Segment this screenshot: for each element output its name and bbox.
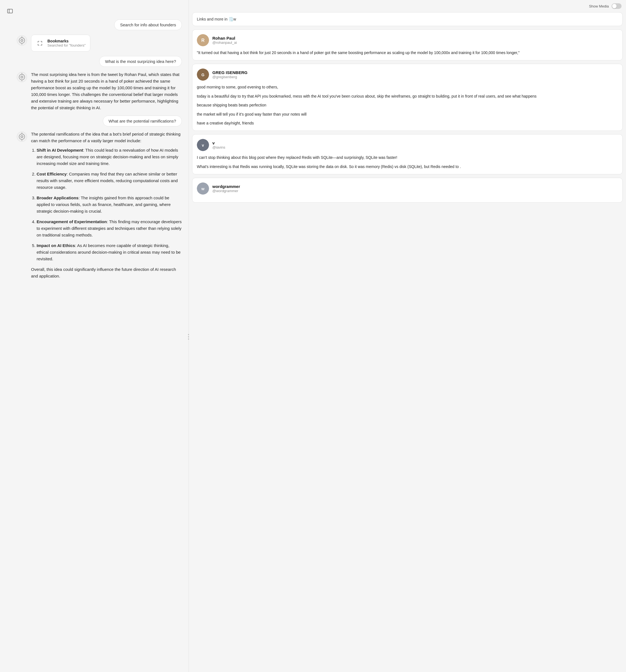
tweet-paragraph: today is a beautiful day to try that API… (197, 93, 618, 99)
bookmarks-text: Bookmarks Searched for "founders" (47, 39, 86, 47)
list-item: Shift in AI Development: This could lead… (37, 147, 182, 167)
tweet-paragraph: because shipping beats beats perfection (197, 102, 618, 108)
ai-response-list: The potential ramifications of the idea … (31, 131, 182, 280)
left-panel-wrapper: Search for info about founders (0, 0, 189, 672)
tweet-username: v (212, 141, 225, 145)
tweet-user-info: wordgrammer@wordgrammer (212, 184, 240, 193)
right-panel: Show Media Links and more in 🗒️w RRohan … (189, 0, 626, 672)
user-message-1-text: Search for info about founders (120, 22, 176, 27)
user-message-3-text: What are the potential ramifications? (109, 119, 176, 123)
ai-avatar-tool (17, 35, 27, 46)
links-card[interactable]: Links and more in 🗒️w (192, 12, 623, 26)
sidebar-toggle-button[interactable] (4, 5, 16, 17)
ai-response-row-2: The potential ramifications of the idea … (17, 131, 182, 280)
chat-area: Search for info about founders (0, 19, 189, 280)
tweet-paragraph: have a creative day/night, friends (197, 120, 618, 126)
tweet-header: RRohan Paul@rohanpaul_ai (197, 34, 618, 46)
tweet-user-info: Rohan Paul@rohanpaul_ai (212, 36, 237, 45)
svg-point-22 (188, 338, 189, 340)
tweet-username: wordgrammer (212, 184, 240, 189)
panel-resize-handle[interactable] (187, 331, 190, 341)
tweet-handle: @wordgrammer (212, 189, 240, 193)
user-message-3: What are the potential ramifications? (103, 116, 182, 126)
show-media-label: Show Media (589, 4, 609, 8)
svg-point-5 (21, 40, 22, 41)
tweet-body: "It turned out that having a bot think f… (197, 50, 618, 56)
bookmarks-subtitle: Searched for "founders" (47, 43, 86, 47)
svg-point-20 (188, 334, 189, 335)
ai-avatar-2 (17, 131, 27, 142)
ai-response-text-1: The most surprising idea here is from th… (31, 71, 182, 111)
tweet-handle: @rohanpaul_ai (212, 41, 237, 45)
tweet-card-greg[interactable]: GGREG ISENBERG@gregisenberggood morning … (192, 64, 623, 131)
right-panel-header: Show Media (189, 0, 626, 12)
tweet-paragraph: the market will tell you if it's good wa… (197, 111, 618, 117)
svg-point-11 (21, 76, 22, 78)
tweet-card-wordgrammer[interactable]: wwordgrammer@wordgrammer (192, 178, 623, 203)
ai-list-outro: Overall, this idea could significantly i… (31, 266, 182, 280)
links-card-text: Links and more in 🗒️w (197, 17, 236, 21)
ai-list-intro: The potential ramifications of the idea … (31, 131, 182, 144)
tweet-avatar: w (197, 183, 209, 195)
tweet-card-rohan[interactable]: RRohan Paul@rohanpaul_ai"It turned out t… (192, 29, 623, 61)
tweet-card-iavins[interactable]: vv@iavinsI can't stop thinking about thi… (192, 134, 623, 174)
user-message-2-text: What is the most surprizing idea here? (105, 59, 176, 64)
list-item: Encouragement of Experimentation: This f… (37, 218, 182, 238)
user-message-1: Search for info about founders (114, 19, 182, 30)
svg-rect-0 (7, 9, 13, 13)
svg-text:G: G (201, 73, 204, 77)
ai-response-row-1: The most surprising idea here is from th… (17, 71, 182, 111)
list-item: Cost Efficiency: Companies may find that… (37, 171, 182, 191)
tweet-body: good morning to some, good evening to ot… (197, 84, 618, 126)
svg-text:v: v (202, 143, 204, 147)
svg-text:w: w (201, 187, 204, 191)
tweet-paragraph: What's interesting is that Redis was run… (197, 164, 618, 170)
tweet-handle: @iavins (212, 145, 225, 149)
user-message-2: What is the most surprizing idea here? (99, 56, 182, 67)
tweet-paragraph: good morning to some, good evening to ot… (197, 84, 618, 90)
tweet-username: Rohan Paul (212, 36, 237, 41)
tweet-paragraph: I can't stop thinking about this blog po… (197, 154, 618, 161)
tweet-body: I can't stop thinking about this blog po… (197, 154, 618, 170)
tweet-avatar: R (197, 34, 209, 46)
svg-point-17 (21, 136, 22, 137)
tweets-container: RRohan Paul@rohanpaul_ai"It turned out t… (189, 29, 626, 203)
tweet-header: GGREG ISENBERG@gregisenberg (197, 69, 618, 81)
tweet-user-info: v@iavins (212, 141, 225, 149)
svg-text:R: R (201, 38, 204, 43)
expand-arrows-icon (36, 39, 44, 47)
tweet-header: wwordgrammer@wordgrammer (197, 183, 618, 195)
tweet-avatar: G (197, 69, 209, 81)
show-media-toggle[interactable] (611, 3, 622, 9)
list-item: Impact on AI Ethics: As AI becomes more … (37, 242, 182, 262)
tweet-username: GREG ISENBERG (212, 70, 247, 75)
list-item: Broader Applications: The insights gaine… (37, 195, 182, 215)
tweet-avatar: v (197, 139, 209, 151)
tweet-paragraph: "It turned out that having a bot think f… (197, 50, 618, 56)
left-panel: Search for info about founders (0, 0, 189, 290)
tweet-user-info: GREG ISENBERG@gregisenberg (212, 70, 247, 79)
ai-response-paragraph-1: The most surprising idea here is from th… (31, 71, 182, 111)
bookmarks-card[interactable]: Bookmarks Searched for "founders" (31, 35, 90, 52)
ai-tool-row: Bookmarks Searched for "founders" (17, 35, 182, 52)
ai-avatar-1 (17, 72, 27, 82)
tweet-handle: @gregisenberg (212, 75, 247, 79)
svg-point-21 (188, 336, 189, 337)
ai-ramifications-list: Shift in AI Development: This could lead… (31, 147, 182, 262)
tweet-header: vv@iavins (197, 139, 618, 151)
bookmarks-title: Bookmarks (47, 39, 86, 43)
